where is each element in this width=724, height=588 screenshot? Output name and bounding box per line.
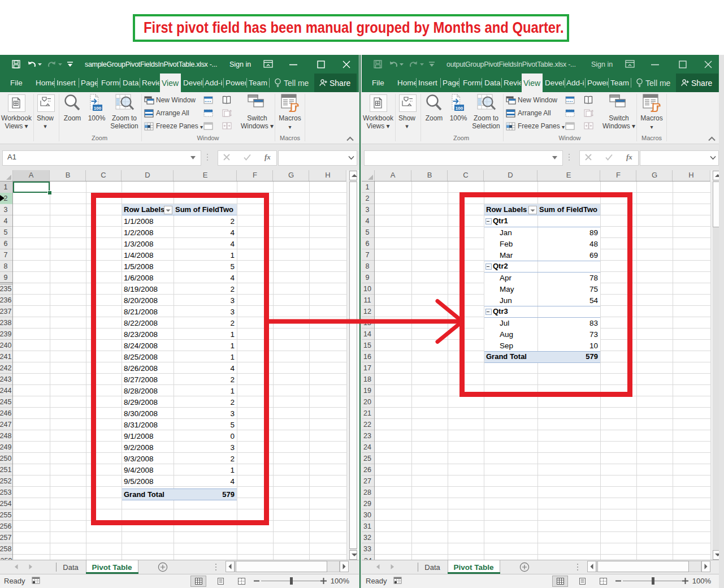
- svg-text:100: 100: [94, 106, 102, 111]
- svg-text:100: 100: [456, 106, 463, 111]
